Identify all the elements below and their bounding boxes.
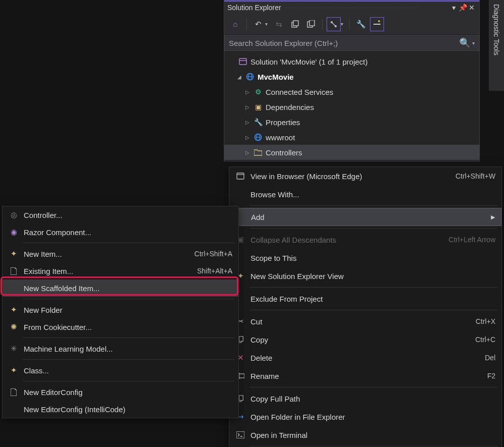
separator	[23, 338, 234, 338]
tree-label: Controllers	[266, 148, 302, 157]
menu-label: Copy	[247, 336, 475, 344]
menu-shortcut: Ctrl+X	[476, 317, 495, 325]
menu-copy-path[interactable]: Copy Full Path	[229, 389, 501, 408]
menu-new-folder[interactable]: ✦ New Folder	[3, 301, 238, 318]
menu-open-terminal[interactable]: Open in Terminal	[229, 426, 501, 444]
menu-cookiecutter[interactable]: ✺ From Cookiecutter...	[3, 318, 238, 336]
menu-label: New Solution Explorer View	[247, 272, 495, 281]
svg-rect-3	[309, 20, 314, 26]
menu-shortcut: Del	[485, 354, 495, 362]
close-icon[interactable]: ✕	[467, 4, 476, 12]
menu-rename[interactable]: Rename F2	[229, 367, 501, 385]
file-icon	[7, 267, 21, 275]
svg-rect-7	[239, 59, 246, 65]
expander-icon[interactable]: ▷	[244, 120, 250, 125]
tree-label: wwwroot	[266, 133, 295, 142]
stack-icon[interactable]	[288, 17, 302, 31]
menu-exclude[interactable]: Exclude From Project	[229, 290, 501, 308]
pin-icon[interactable]: 📌	[458, 4, 467, 12]
menu-label: Controller...	[21, 211, 232, 219]
menu-editorconfig[interactable]: New EditorConfig	[3, 383, 238, 401]
tree-label: Dependencies	[266, 103, 314, 111]
class-icon: ✦	[7, 366, 21, 375]
cookiecutter-icon: ✺	[7, 322, 21, 331]
tree-label: Connected Services	[266, 88, 333, 96]
folder-icon	[254, 148, 263, 157]
file-icon	[7, 388, 21, 396]
menu-label: Copy Full Path	[247, 395, 495, 403]
tree-item-properties[interactable]: ▷ 🔧 Properties	[224, 115, 479, 130]
copy-icon[interactable]	[304, 17, 318, 31]
search-input[interactable]: Search Solution Explorer (Ctrl+;) 🔍 ▾	[224, 35, 479, 51]
expander-icon[interactable]: ◢	[236, 74, 242, 80]
menu-label: Class...	[21, 366, 232, 375]
chevron-down-icon[interactable]: ▾	[472, 40, 475, 46]
expander-icon[interactable]: ▷	[244, 150, 250, 155]
tree-item-wwwroot[interactable]: ▷ wwwroot	[224, 130, 479, 145]
menu-add[interactable]: Add ▶	[229, 208, 501, 226]
history-icon[interactable]: ↶	[251, 17, 265, 31]
solution-icon	[238, 57, 247, 66]
separator	[23, 299, 234, 299]
menu-open-folder[interactable]: ↪ Open Folder in File Explorer	[229, 408, 501, 426]
home-icon[interactable]: ⌂	[228, 17, 242, 31]
solution-node[interactable]: Solution 'MvcMovie' (1 of 1 project)	[224, 54, 479, 69]
menu-label: Open in Terminal	[247, 431, 495, 439]
menu-label: Add	[248, 213, 491, 221]
menu-shortcut: Ctrl+Shift+A	[195, 250, 232, 258]
menu-label: Scope to This	[247, 254, 495, 262]
tree-item-connected-services[interactable]: ▷ ⚙ Connected Services	[224, 84, 479, 99]
menu-shortcut: Ctrl+Shift+W	[456, 172, 495, 180]
menu-scope[interactable]: Scope to This	[229, 249, 501, 267]
project-node[interactable]: ◢ MvcMovie	[224, 69, 479, 84]
search-icon[interactable]: 🔍	[459, 37, 470, 48]
tree-label: Properties	[266, 118, 300, 127]
menu-browse-with[interactable]: Browse With...	[229, 185, 501, 203]
menu-new-item[interactable]: ✦ New Item... Ctrl+Shift+A	[3, 245, 238, 262]
menu-copy[interactable]: Copy Ctrl+C	[229, 330, 501, 349]
menu-cut[interactable]: ✂ Cut Ctrl+X	[229, 312, 501, 330]
new-folder-icon: ✦	[7, 305, 21, 314]
csharp-project-icon	[245, 72, 255, 81]
globe-icon	[254, 133, 263, 142]
menu-controller[interactable]: ◎ Controller...	[3, 206, 238, 224]
expander-icon[interactable]: ▷	[244, 135, 250, 140]
menu-label: New Scaffolded Item...	[21, 284, 232, 293]
menu-shortcut: Shift+Alt+A	[197, 267, 232, 275]
menu-view-in-browser[interactable]: View in Browser (Microsoft Edge) Ctrl+Sh…	[229, 167, 501, 185]
menu-label: Open Folder in File Explorer	[247, 413, 495, 421]
forward-icon[interactable]: ⇆	[272, 17, 286, 31]
tree-item-controllers[interactable]: ▷ Controllers	[224, 145, 479, 160]
menu-label: New EditorConfig	[21, 388, 232, 397]
diagnostic-tools-tab[interactable]: Diagnostic Tools	[489, 0, 504, 91]
chevron-down-icon[interactable]: ▾	[265, 21, 270, 27]
menu-razor-component[interactable]: ◉ Razor Component...	[3, 224, 238, 241]
dropdown-icon[interactable]: ▾	[449, 4, 458, 12]
separator	[249, 228, 497, 229]
new-file-icon: ✦	[7, 249, 21, 258]
svg-rect-14	[239, 337, 243, 342]
menu-label: Rename	[247, 372, 487, 380]
browser-icon	[233, 172, 247, 180]
menu-class[interactable]: ✦ Class...	[3, 362, 238, 379]
panel-titlebar[interactable]: Solution Explorer ⋯⋯⋯⋯⋯⋯⋯⋯⋯⋯⋯⋯⋯⋯⋯⋯⋯⋯⋯⋯⋯⋯…	[224, 1, 479, 14]
show-all-icon[interactable]	[327, 17, 341, 31]
menu-label: New Item...	[21, 250, 195, 258]
menu-label: From Cookiecutter...	[21, 323, 232, 331]
menu-delete[interactable]: ✕ Delete Del	[229, 349, 501, 367]
menu-existing-item[interactable]: Existing Item... Shift+Alt+A	[3, 262, 238, 280]
expander-icon[interactable]: ▷	[244, 104, 250, 110]
wrench-icon[interactable]: 🔧	[354, 17, 368, 31]
tree-item-dependencies[interactable]: ▷ ▣ Dependencies	[224, 99, 479, 115]
separator	[23, 359, 234, 360]
svg-rect-6	[373, 24, 381, 25]
chevron-down-icon[interactable]: ▾	[341, 21, 345, 27]
separator	[322, 19, 323, 30]
separator	[249, 446, 497, 446]
menu-new-view[interactable]: ✦ New Solution Explorer View	[229, 267, 501, 285]
expander-icon[interactable]: ▷	[244, 89, 250, 95]
menu-editorconfig-intellicode[interactable]: New EditorConfig (IntelliCode)	[3, 401, 238, 418]
menu-ml-model[interactable]: ✳ Machine Learning Model...	[3, 340, 238, 357]
preview-icon[interactable]	[370, 17, 384, 31]
menu-new-scaffolded-item[interactable]: New Scaffolded Item...	[3, 280, 238, 297]
